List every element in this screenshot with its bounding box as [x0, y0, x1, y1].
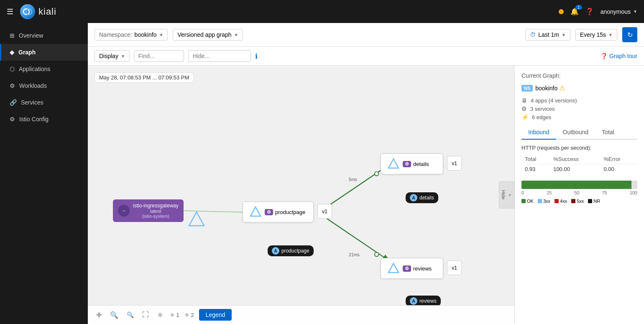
main-toolbar: Namespace: bookinfo ▼ Versioned app grap…	[88, 23, 644, 47]
gateway-node[interactable]: → istio-ingressgateway latest (istio-sys…	[113, 199, 184, 222]
chart-bar-area	[521, 181, 637, 189]
graph-type-selector[interactable]: Versioned app graph ▼	[173, 29, 243, 41]
svg-point-8	[375, 253, 379, 257]
find-input[interactable]	[134, 50, 184, 62]
gateway-label: istio-ingressgateway latest (istio-syste…	[133, 203, 179, 219]
services-stat: ⚙ 3 services	[521, 105, 637, 112]
top-navigation: ☰ kiali 🔔 1 ❓ anonymous ▼	[0, 0, 644, 23]
productpage-triangle-icon	[250, 206, 261, 218]
axis-50: 50	[574, 190, 579, 195]
sidebar: ⊞ Overview ◈ Graph ⬡ Applications ⚙ Work…	[0, 23, 88, 324]
graph-type-label: Versioned app graph	[177, 31, 231, 38]
graph-icon: ◈	[10, 49, 14, 56]
nav-icons: 🔔 1 ❓ anonymous ▼	[559, 8, 637, 15]
legend-nr: NR	[588, 199, 600, 204]
details-app-label: A details	[406, 192, 438, 203]
reviews-v1-box[interactable]: v1	[447, 260, 462, 275]
refresh-caret: ▼	[608, 33, 613, 37]
user-menu[interactable]: anonymous ▼	[601, 8, 637, 15]
fit-to-screen-button[interactable]: ✛	[95, 309, 103, 321]
sidebar-item-services[interactable]: 🔗 Services	[0, 94, 88, 111]
expand-icon: »	[508, 194, 512, 196]
col-total: Total	[521, 154, 550, 164]
namespace-selector[interactable]: Namespace: bookinfo ▼	[95, 29, 168, 41]
sidebar-item-label: Overview	[19, 32, 43, 39]
details-badge: ⚙	[403, 161, 411, 167]
namespace-row: NS bookinfo ⚠	[521, 84, 637, 92]
axis-25: 25	[547, 190, 552, 195]
content-area: Namespace: bookinfo ▼ Versioned app grap…	[88, 23, 644, 324]
legend-4xx: 4xx	[555, 199, 567, 204]
reviews-triangle-icon	[388, 263, 399, 274]
legend-button[interactable]: Legend	[199, 309, 232, 321]
nr-dot	[588, 199, 592, 203]
graph-tour-link[interactable]: ❓ Graph tour	[601, 53, 637, 59]
sidebar-item-applications[interactable]: ⬡ Applications	[0, 61, 88, 77]
details-service-node[interactable]: ⚙ details v1	[381, 153, 443, 174]
sidebar-item-label: Workloads	[19, 82, 47, 89]
reviews-service-node[interactable]: ⚙ reviews v1	[381, 258, 443, 279]
sidebar-item-workloads[interactable]: ⚙ Workloads	[0, 77, 88, 94]
hide-input[interactable]	[188, 50, 251, 62]
notification-count: 1	[575, 5, 582, 10]
sidebar-item-label: Istio Config	[19, 116, 49, 122]
5xx-dot	[571, 199, 575, 203]
timestamp-badge: May 28, 07:08:53 PM ... 07:09:53 PM	[95, 72, 194, 83]
sidebar-item-graph[interactable]: ◈ Graph	[0, 44, 88, 61]
graph-type-caret: ▼	[234, 33, 238, 37]
productpage-v1-box[interactable]: v1	[317, 204, 332, 219]
details-app-a-badge: A	[410, 194, 417, 202]
edges-icon: ⚡	[521, 114, 529, 120]
details-v1-box[interactable]: v1	[447, 156, 462, 171]
edges-count: 6 edges	[532, 114, 551, 120]
sidebar-item-overview[interactable]: ⊞ Overview	[0, 27, 88, 44]
tab-inbound[interactable]: Inbound	[521, 125, 556, 140]
tab-total[interactable]: Total	[595, 125, 621, 140]
istio-config-icon: ⚙	[10, 116, 15, 122]
reviews-app-text: reviews	[419, 298, 437, 304]
right-panel: Current Graph: NS bookinfo ⚠ 🖥 4 apps (4…	[514, 66, 644, 324]
refresh-button[interactable]: ↻	[622, 27, 637, 42]
status-dot	[559, 9, 564, 14]
reviews-app-a-badge: A	[410, 297, 417, 305]
4xx-dot	[555, 199, 559, 203]
error-value: 0.00	[600, 164, 637, 174]
help-icon[interactable]: ❓	[585, 8, 594, 15]
time-range-selector[interactable]: ⏱ Last 1m ▼	[525, 29, 570, 41]
logo: kiali	[20, 4, 56, 19]
fullscreen-button[interactable]: ⛶	[141, 309, 151, 320]
tab-outbound[interactable]: Outbound	[556, 125, 595, 140]
total-value: 0.93	[521, 164, 550, 174]
chart-axis: 0 25 50 75 100	[521, 190, 637, 195]
col-error: %Error	[600, 154, 637, 164]
sidebar-item-istio-config[interactable]: ⚙ Istio Config	[0, 111, 88, 128]
services-count: 3 services	[530, 106, 555, 112]
graph-tour-question-icon: ❓	[601, 53, 608, 59]
zoom-in-button[interactable]: 🔍	[108, 309, 120, 321]
display-button[interactable]: Display ▼	[95, 50, 130, 62]
notifications[interactable]: 🔔 1	[570, 8, 579, 15]
warning-icon: ⚠	[559, 84, 565, 92]
layout-button[interactable]: ⚛	[156, 309, 165, 321]
services-icon: ⚙	[521, 105, 527, 112]
ns-name: bookinfo	[535, 85, 557, 92]
sidebar-item-label: Applications	[19, 66, 51, 72]
info-icon[interactable]: ℹ	[255, 52, 258, 60]
workloads-icon: ⚙	[10, 82, 15, 89]
chart-container: 0 25 50 75 100 OK	[521, 181, 637, 204]
svg-marker-15	[388, 263, 399, 273]
hide-panel-button[interactable]: » Hide	[499, 181, 514, 209]
productpage-service-node[interactable]: ⚙ productpage v1	[243, 202, 314, 222]
productpage-label: productpage	[275, 209, 305, 215]
svg-marker-12	[189, 212, 204, 226]
legend-3xx: 3xx	[538, 199, 550, 204]
services-icon: 🔗	[10, 99, 17, 106]
graph-canvas[interactable]: May 28, 07:08:53 PM ... 07:09:53 PM	[88, 66, 514, 324]
svg-point-4	[375, 172, 379, 176]
chart-bar-fill	[521, 181, 631, 189]
refresh-selector[interactable]: Every 15s ▼	[575, 29, 617, 41]
namespace-dropdown-caret: ▼	[159, 33, 164, 37]
hamburger-icon[interactable]: ☰	[7, 7, 13, 16]
zoom-out-button[interactable]: 🔍	[125, 310, 135, 320]
productpage-app-label: A productpage	[268, 245, 314, 256]
